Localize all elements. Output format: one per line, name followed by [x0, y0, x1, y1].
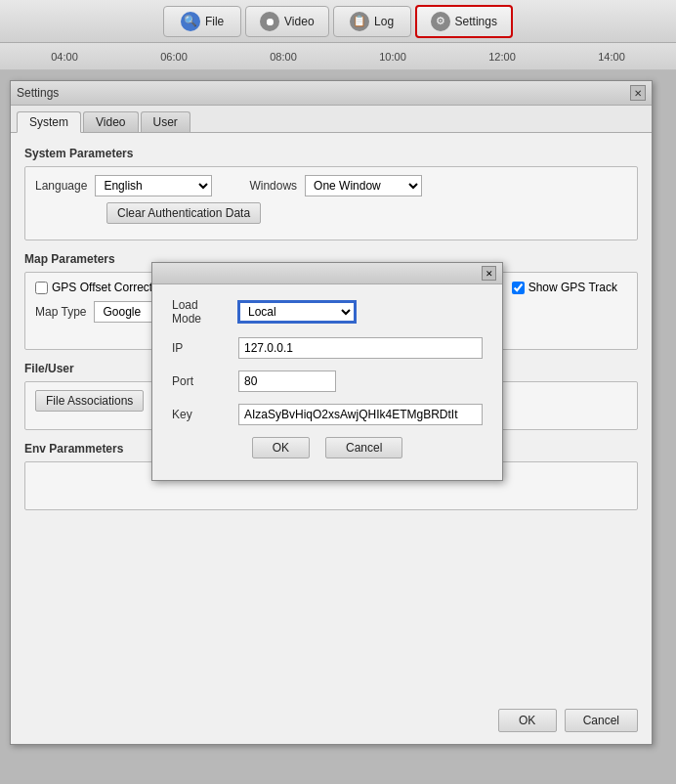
file-associations-button[interactable]: File Associations: [35, 390, 144, 412]
tick-4: 10:00: [379, 51, 406, 63]
windows-label: Windows: [249, 179, 297, 193]
tick-3: 08:00: [270, 51, 297, 63]
popup-cancel-button[interactable]: Cancel: [325, 437, 402, 458]
tick-6: 14:00: [598, 51, 625, 63]
toolbar: 🔍 File ⏺ Video 📋 Log ⚙ Settings: [0, 0, 676, 43]
tick-2: 06:00: [160, 51, 188, 63]
key-row: Key: [172, 404, 483, 425]
file-label: File: [205, 15, 224, 28]
clear-auth-button[interactable]: Clear Authentication Data: [106, 202, 261, 224]
video-icon: ⏺: [260, 12, 279, 31]
system-params-box: Language English Windows One Window Clea…: [24, 166, 638, 240]
popup-content: Load Mode Local Remote IP Port Key OK: [152, 284, 502, 466]
settings-button[interactable]: ⚙ Settings: [415, 5, 513, 38]
settings-label: Settings: [455, 15, 497, 28]
tab-system[interactable]: System: [17, 111, 81, 133]
show-gps-checkbox[interactable]: [512, 282, 525, 294]
tick-5: 12:00: [488, 51, 516, 63]
clear-auth-row: Clear Authentication Data: [35, 202, 627, 224]
file-button[interactable]: 🔍 File: [163, 6, 241, 37]
load-mode-select[interactable]: Local Remote: [238, 301, 356, 323]
popup-ok-button[interactable]: OK: [252, 437, 310, 458]
log-label: Log: [374, 15, 394, 28]
language-select[interactable]: English: [95, 175, 212, 196]
port-label: Port: [172, 374, 231, 388]
video-label: Video: [284, 15, 314, 28]
ok-button[interactable]: OK: [498, 709, 557, 732]
show-gps-row: Show GPS Track: [512, 281, 617, 294]
tick-1: 04:00: [51, 51, 78, 63]
port-row: Port: [172, 370, 483, 392]
map-type-label: Map Type: [35, 305, 86, 319]
gps-offset-row: GPS Offset Correction: [35, 281, 168, 294]
popup-titlebar: ✕: [152, 263, 502, 284]
api-popup: ✕ Load Mode Local Remote IP Port Key: [151, 262, 503, 481]
dialog-close-button[interactable]: ✕: [630, 85, 646, 101]
windows-select[interactable]: One Window: [305, 175, 422, 196]
cancel-button[interactable]: Cancel: [565, 709, 638, 732]
windows-row: Windows One Window: [249, 175, 422, 196]
dialog-title: Settings: [17, 86, 59, 100]
settings-icon: ⚙: [431, 12, 450, 31]
file-icon: 🔍: [181, 12, 200, 31]
tabs: System Video User: [11, 106, 652, 133]
show-gps-label: Show GPS Track: [528, 281, 617, 294]
language-label: Language: [35, 179, 87, 193]
ip-row: IP: [172, 337, 483, 359]
language-row: Language English Windows One Window: [35, 175, 627, 196]
main-area: Settings ✕ System Video User System Para…: [0, 70, 676, 784]
tab-user[interactable]: User: [141, 111, 190, 132]
timeline: 04:00 06:00 08:00 10:00 12:00 14:00: [0, 43, 676, 70]
timeline-ticks: 04:00 06:00 08:00 10:00 12:00 14:00: [10, 51, 666, 63]
ip-label: IP: [172, 341, 231, 355]
system-params-header: System Parameters: [24, 147, 638, 160]
dialog-footer: OK Cancel: [498, 709, 638, 732]
tab-video[interactable]: Video: [83, 111, 138, 132]
port-input[interactable]: [238, 370, 336, 392]
popup-buttons: OK Cancel: [172, 437, 483, 458]
gps-offset-checkbox[interactable]: [35, 282, 48, 294]
popup-close-button[interactable]: ✕: [482, 266, 496, 281]
key-input[interactable]: [238, 404, 483, 425]
key-label: Key: [172, 408, 231, 421]
load-mode-label: Load Mode: [172, 298, 231, 326]
dialog-titlebar: Settings ✕: [11, 81, 652, 106]
video-button[interactable]: ⏺ Video: [245, 6, 328, 37]
load-mode-row: Load Mode Local Remote: [172, 298, 483, 326]
ip-input[interactable]: [238, 337, 483, 359]
log-button[interactable]: 📋 Log: [333, 6, 411, 37]
log-icon: 📋: [350, 12, 369, 31]
